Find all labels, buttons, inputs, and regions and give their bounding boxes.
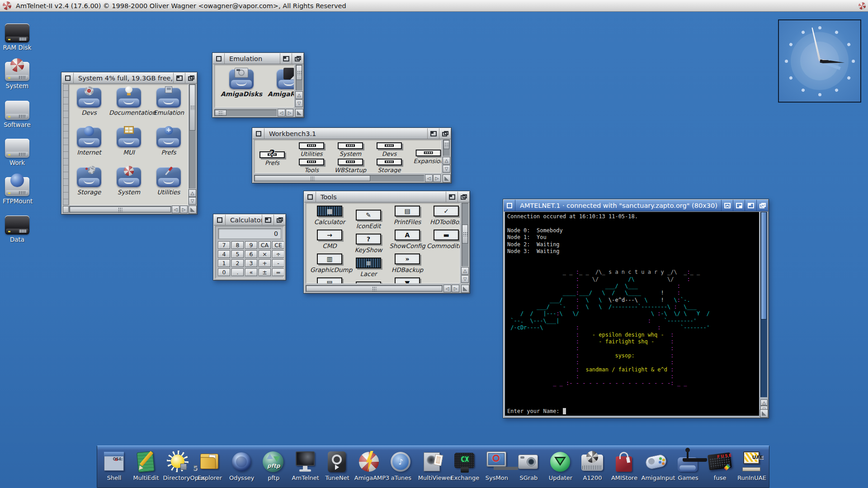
tool-icon-hdtoolbox[interactable]: ✓HDToolBox: [427, 206, 460, 230]
dock-item-directoryopus[interactable]: 5DirectoryOpus: [163, 450, 193, 481]
scroll-right-button[interactable]: ▷: [452, 285, 459, 292]
dock-item-amigaamp3[interactable]: AmigaAMP3: [354, 450, 384, 481]
system-icon-mui[interactable]: MUI: [109, 127, 149, 167]
system-icon-utilities[interactable]: Utilities: [149, 167, 188, 205]
tool-icon-lacer[interactable]: ≡Lacer: [349, 258, 388, 282]
desktop-icon-ftpmount[interactable]: FTPMount: [3, 175, 32, 205]
zoom-gadget[interactable]: [427, 128, 439, 139]
calc-button-0[interactable]: 0: [218, 268, 230, 276]
scroll-down-button[interactable]: ▽: [295, 99, 303, 107]
depth-gadget[interactable]: [756, 200, 768, 211]
vertical-scrollbar[interactable]: [462, 203, 468, 266]
resize-gadget[interactable]: [295, 109, 303, 117]
calc-button-3[interactable]: 3: [245, 259, 257, 267]
tool-icon-keyshow[interactable]: ?KeyShow: [349, 234, 388, 258]
system-icon-documentation[interactable]: Documentation: [109, 88, 149, 127]
calc-button-7[interactable]: 7: [218, 241, 230, 249]
zoom-gadget[interactable]: [280, 53, 292, 64]
desktop-icon-software[interactable]: Software: [3, 99, 32, 128]
zoom-gadget[interactable]: [745, 200, 756, 211]
horizontal-scrollbar[interactable]: [306, 285, 443, 292]
horizontal-scrollbar[interactable]: [69, 206, 171, 213]
dock-item-shell[interactable]: OS4:Shell: [99, 450, 129, 481]
calc-button-×[interactable]: ×: [259, 250, 271, 258]
emulation-titlebar[interactable]: Emulation: [213, 53, 303, 64]
scroll-left-button[interactable]: ◁: [172, 206, 179, 213]
close-gadget[interactable]: [62, 73, 74, 83]
scroll-up-button[interactable]: △: [461, 267, 469, 275]
system-icon-emulation[interactable]: Emulation: [149, 88, 188, 127]
iconify-gadget[interactable]: [721, 200, 733, 211]
tools-titlebar[interactable]: Tools: [304, 192, 469, 202]
tool-icon-iconedit[interactable]: ✎IconEdit: [349, 210, 388, 234]
dock-item-updater[interactable]: Updater: [546, 450, 576, 481]
calc-button-5[interactable]: 5: [231, 250, 244, 258]
scroll-down-button[interactable]: ▽: [443, 165, 450, 173]
scroll-right-button[interactable]: ▷: [286, 109, 293, 117]
scroll-down-button[interactable]: ▽: [461, 275, 469, 283]
close-gadget[interactable]: [214, 215, 226, 225]
workbench-icon-storage[interactable]: Storage: [377, 159, 402, 173]
menubar[interactable]: AmTelnet-II v2.4 (17.6.00) © 1998-2000 O…: [0, 0, 868, 12]
emulation-icon-amigadisks[interactable]: AmigaDisks: [221, 69, 262, 98]
tool-icon-calculator[interactable]: ▦Calculator: [310, 206, 349, 230]
scroll-right-button[interactable]: ▷: [433, 174, 441, 182]
workbench-icon-prefs[interactable]: ?Prefs: [259, 151, 285, 166]
dock-item-games[interactable]: Games: [673, 450, 703, 481]
desktop-icon-ram-disk[interactable]: RAM Disk: [3, 22, 32, 51]
vertical-scrollbar[interactable]: [296, 65, 302, 90]
vertical-scrollbar[interactable]: [760, 212, 767, 397]
system-icon-internet[interactable]: Internet: [69, 127, 109, 167]
tool-icon-prepcard[interactable]: ▼PrepCard: [388, 277, 427, 283]
calc-button-=[interactable]: =: [272, 268, 284, 276]
tool-icon-cmd[interactable]: →CMD: [310, 230, 349, 253]
dock-item-multiviewer[interactable]: MultiViewer: [418, 450, 448, 481]
workbench-icon-devs[interactable]: Devs: [377, 142, 402, 157]
calc-button-.[interactable]: .: [231, 268, 244, 276]
calculator-titlebar[interactable]: Calculator: [214, 215, 285, 225]
scroll-up-button[interactable]: △: [295, 91, 303, 99]
horizontal-scrollbar[interactable]: [254, 175, 424, 182]
tool-icon-commodities[interactable]: ▬Commodities: [427, 230, 460, 253]
shade-gadget[interactable]: [733, 200, 745, 211]
dock-item-sgrab[interactable]: SGrab: [514, 450, 543, 481]
scroll-down-button[interactable]: ▽: [189, 197, 196, 205]
scroll-left-button[interactable]: ◁: [443, 285, 451, 292]
tool-icon-memacs[interactable]: ≡MEmacs: [349, 282, 388, 283]
calc-button-CE[interactable]: CE: [272, 241, 284, 249]
left-scrollbar[interactable]: [63, 84, 69, 205]
calc-button-÷[interactable]: ÷: [272, 250, 284, 258]
scroll-left-button[interactable]: ◁: [278, 109, 285, 117]
calc-button-8[interactable]: 8: [231, 241, 244, 249]
tool-icon-graphicdump[interactable]: ▥GraphicDump: [310, 253, 349, 277]
close-gadget[interactable]: [253, 128, 264, 139]
dock-item-sysmon[interactable]: SysMon: [482, 450, 512, 481]
vertical-scrollbar[interactable]: [189, 84, 196, 188]
emulation-icon-amigaroms[interactable]: AmigaROMs: [268, 69, 294, 98]
tool-icon-printfiles[interactable]: ▤PrintFiles: [388, 206, 427, 230]
close-gadget[interactable]: [504, 200, 515, 211]
resize-gadget[interactable]: [461, 285, 469, 293]
calc-button-«[interactable]: «: [245, 268, 257, 276]
scroll-right-button[interactable]: ▷: [180, 206, 188, 213]
zoom-gadget[interactable]: [262, 215, 274, 225]
depth-gadget[interactable]: [274, 215, 285, 225]
scroll-left-button[interactable]: ◁: [425, 174, 433, 182]
zoom-gadget[interactable]: [446, 192, 458, 202]
dock-item-amigainput[interactable]: AmigaInput: [642, 450, 671, 481]
calc-button-1[interactable]: 1: [218, 259, 230, 267]
workbench-icon-wbstartup[interactable]: WBStartup: [335, 159, 366, 173]
left-scrollbar-stub[interactable]: [63, 206, 69, 213]
dock-item-odyssey[interactable]: Odyssey: [227, 450, 257, 481]
desktop-icon-data[interactable]: Data: [3, 214, 32, 243]
dock-item-amistore[interactable]: AMIStore: [609, 450, 639, 481]
resize-gadget[interactable]: [443, 174, 451, 183]
dock-item-explorer[interactable]: Explorer: [195, 450, 225, 481]
dock-item-fuse[interactable]: FUSEfuse: [705, 450, 735, 481]
dock-item-tunenet[interactable]: TuneNet: [322, 450, 352, 481]
system-icon-storage[interactable]: Storage: [69, 167, 109, 205]
workbench-titlebar[interactable]: Workbench3.1: [253, 128, 451, 139]
calc-button-+[interactable]: +: [259, 259, 271, 267]
workbench-icon-tools[interactable]: Tools: [299, 159, 324, 173]
workbench-icon-expansion[interactable]: Expansion: [414, 150, 441, 164]
